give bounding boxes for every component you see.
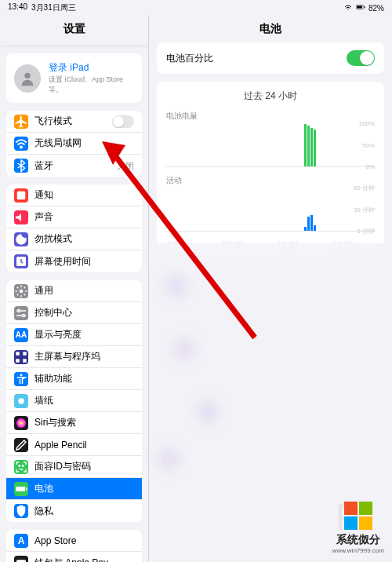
sidebar-item-label: 通用 [34, 284, 134, 297]
wifi-icon [343, 2, 353, 13]
sidebar-item-battery[interactable]: 电池 [6, 478, 142, 500]
bluetooth-icon [14, 159, 28, 173]
y-tick: 50% [362, 141, 375, 148]
sidebar-item-label: 勿扰模式 [34, 232, 134, 246]
sidebar-item-faceid[interactable]: 面容ID与密码 [6, 456, 142, 478]
sidebar-item-accessibility[interactable]: 辅助功能 [6, 368, 142, 390]
svg-rect-10 [16, 352, 20, 356]
sidebar-item-wifi[interactable]: 无线局域网 [6, 133, 142, 155]
status-date: 3月31日周三 [31, 2, 76, 13]
svg-point-8 [18, 309, 20, 312]
chart-bar [314, 130, 316, 166]
sidebar-item-label: 隐私 [34, 505, 134, 518]
sidebar-item-wallpaper[interactable]: 墙纸 [6, 390, 142, 412]
svg-rect-20 [26, 487, 27, 490]
y-tick: 100% [359, 120, 375, 127]
svg-rect-11 [23, 352, 27, 356]
dnd-icon [14, 232, 28, 246]
svg-point-9 [23, 314, 25, 316]
svg-rect-19 [16, 487, 25, 491]
signin-sub: 设置 iCloud、App Store 等。 [49, 75, 134, 95]
signin-title: 登录 iPad [49, 61, 134, 75]
battery-pct-label: 电池百分比 [166, 52, 347, 65]
general-icon [14, 284, 28, 298]
airplane-icon [14, 115, 28, 129]
section-level: 电池电量 [166, 111, 375, 122]
sidebar-item-bluetooth[interactable]: 蓝牙关闭 [6, 155, 142, 177]
sidebar-item-label: 辅助功能 [34, 372, 134, 385]
chart-card: 过去 24 小时 电池电量 100% 50% 0% 活动 60 分钟 30 分钟… [157, 82, 384, 253]
sidebar-item-label: Apple Pencil [34, 440, 134, 451]
watermark-url: www.win7999.com [332, 547, 384, 554]
screentime-icon [14, 254, 28, 268]
sidebar-item-label: 主屏幕与程序坞 [34, 350, 134, 363]
svg-rect-2 [364, 6, 365, 8]
sidebar-item-label: 电池 [34, 482, 134, 495]
home-icon [14, 350, 28, 364]
sidebar-item-label: 墙纸 [34, 394, 134, 407]
sidebar-item-sound[interactable]: 声音 [6, 206, 142, 228]
sidebar-item-home[interactable]: 主屏幕与程序坞 [6, 346, 142, 368]
content-title: 电池 [157, 16, 384, 42]
sidebar-item-label: 无线局域网 [34, 137, 134, 150]
sidebar-item-label: Siri与搜索 [34, 416, 134, 429]
svg-point-16 [16, 418, 26, 428]
battery-icon [356, 2, 365, 13]
svg-point-14 [20, 374, 23, 376]
sidebar-item-display[interactable]: AA显示与亮度 [6, 324, 142, 346]
y-tick: 0% [365, 163, 375, 170]
sidebar-item-privacy[interactable]: 隐私 [6, 500, 142, 522]
svg-point-7 [20, 289, 24, 293]
pencil-icon [14, 438, 28, 452]
chart-bar [304, 227, 307, 232]
sidebar-item-label: 面容ID与密码 [34, 460, 134, 473]
chart-bar [310, 215, 313, 231]
chart-period-title: 过去 24 小时 [166, 89, 375, 103]
airplane-toggle[interactable] [112, 115, 134, 128]
chart-bar [307, 126, 310, 166]
sidebar-item-siri[interactable]: Siri与搜索 [6, 412, 142, 434]
svg-point-15 [18, 398, 24, 404]
sidebar-item-dnd[interactable]: 勿扰模式 [6, 228, 142, 250]
sidebar-item-label: 飞行模式 [34, 115, 112, 128]
sidebar-item-label: App Store [34, 535, 134, 546]
status-bar: 13:40 3月31日周三 82% [0, 0, 392, 16]
watermark-text: 系统伮分 [336, 533, 380, 546]
sound-icon [14, 210, 28, 224]
general-group: 通用控制中心AA显示与亮度主屏幕与程序坞辅助功能墙纸Siri与搜索Apple P… [6, 280, 142, 522]
notifications-group: 通知声音勿扰模式屏幕使用时间 [6, 184, 142, 272]
svg-point-17 [19, 465, 20, 466]
appstore-icon: A [14, 534, 28, 548]
sidebar-item-pencil[interactable]: Apple Pencil [6, 434, 142, 456]
faceid-icon [14, 460, 28, 474]
activity-chart: 60 分钟 30 分钟 0 分钟 [166, 188, 375, 232]
chart-bar [310, 128, 313, 167]
signin-group[interactable]: 登录 iPad 设置 iCloud、App Store 等。 [6, 53, 142, 103]
status-time: 13:40 [8, 2, 27, 13]
y-tick: 60 分钟 [354, 184, 375, 192]
chart-bar [307, 217, 310, 231]
battery-pct-toggle[interactable] [347, 50, 375, 66]
sidebar-item-notifications[interactable]: 通知 [6, 184, 142, 206]
sidebar-item-wallet[interactable]: 钱包与 Apple Pay [6, 552, 142, 562]
sidebar-item-label: 控制中心 [34, 306, 134, 319]
sidebar-item-general[interactable]: 通用 [6, 280, 142, 302]
settings-sidebar: 设置 登录 iPad 设置 iCloud、App Store 等。 飞行模式无线… [0, 16, 149, 562]
accessibility-icon [14, 372, 28, 386]
sidebar-item-airplane[interactable]: 飞行模式 [6, 111, 142, 133]
sidebar-item-label: 蓝牙 [34, 159, 117, 173]
battery-level-chart: 100% 50% 0% [166, 123, 375, 167]
battery-pct-row[interactable]: 电池百分比 [157, 42, 384, 74]
notifications-icon [14, 188, 28, 203]
connectivity-group: 飞行模式无线局域网蓝牙关闭 [6, 111, 142, 177]
sidebar-title: 设置 [0, 16, 148, 46]
svg-rect-13 [23, 359, 27, 363]
sidebar-item-appstore[interactable]: AApp Store [6, 530, 142, 552]
sidebar-item-screentime[interactable]: 屏幕使用时间 [6, 250, 142, 272]
svg-point-4 [20, 146, 22, 148]
sidebar-item-control[interactable]: 控制中心 [6, 302, 142, 324]
watermark: 系统伮分 www.win7999.com [332, 502, 384, 554]
sidebar-item-label: 显示与亮度 [34, 328, 134, 341]
section-activity: 活动 [166, 175, 375, 186]
wallpaper-icon [14, 394, 28, 408]
